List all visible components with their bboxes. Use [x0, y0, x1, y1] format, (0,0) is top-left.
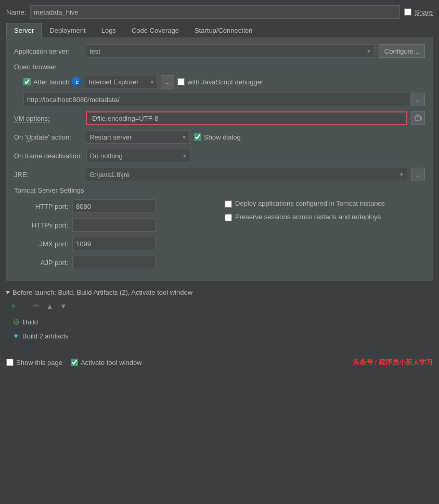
share-label: Share [415, 8, 433, 16]
tab-deployment[interactable]: Deployment [42, 23, 93, 38]
share-area: Share [404, 8, 433, 16]
https-port-row: HTTPs port: [14, 218, 214, 232]
js-debugger-checkbox[interactable] [177, 78, 185, 85]
launch-item-build: ⚙ Build [10, 316, 433, 328]
vm-input-wrapper [86, 111, 407, 125]
on-update-label: On 'Update' action: [14, 133, 82, 141]
browser-select-wrapper: Internet Explorer ▼ [85, 75, 158, 89]
url-input[interactable] [23, 93, 409, 106]
ajp-port-label: AJP port: [27, 259, 68, 267]
http-port-row: HTTP port: [14, 199, 214, 213]
add-launch-button[interactable]: + [8, 300, 18, 312]
js-debugger-wrapper: with JavaScript debugger [177, 78, 263, 86]
open-browser-label: Open browser [14, 63, 425, 71]
vm-options-row: VM options: [14, 111, 425, 125]
ajp-port-input[interactable] [72, 256, 156, 269]
jre-select-wrapper: G:\java1.8\jre ▼ [86, 168, 407, 181]
configure-button[interactable]: Configure... [379, 44, 425, 58]
on-frame-select[interactable]: Do nothing [86, 149, 190, 162]
tab-code-coverage[interactable]: Code Coverage [124, 23, 187, 38]
app-server-select[interactable]: test [86, 44, 375, 58]
on-update-select-wrapper: Restart server ▼ [86, 130, 190, 144]
tab-logs[interactable]: Logs [94, 23, 124, 38]
app-server-row: Application server: test ▼ Configure... [14, 44, 425, 58]
ports-column: HTTP port: HTTPs port: JMX port: AJP por… [14, 199, 214, 274]
https-port-label: HTTPs port: [27, 221, 68, 229]
jre-select[interactable]: G:\java1.8\jre [86, 168, 407, 181]
tomcat-grid: HTTP port: HTTPs port: JMX port: AJP por… [14, 199, 425, 274]
after-launch-checkbox-wrapper: After launch [23, 78, 69, 86]
build-icon: ⚙ [12, 317, 20, 327]
url-dots-button[interactable]: ... [411, 93, 425, 106]
before-launch-header: Before launch: Build, Build Artifacts (2… [6, 288, 433, 296]
js-debugger-label: with JavaScript debugger [187, 78, 263, 86]
http-port-label: HTTP port: [27, 203, 68, 210]
activate-window-checkbox[interactable] [71, 359, 78, 366]
vm-options-input[interactable] [86, 111, 407, 125]
launch-item-artifacts-label: Build 2 artifacts [22, 332, 69, 340]
tab-startup-connection[interactable]: Startup/Connection [187, 23, 260, 38]
on-frame-label: On frame deactivation: [14, 152, 82, 160]
deploy-checkbox[interactable] [225, 200, 232, 208]
deploy-label: Deploy applications configured in Tomcat… [235, 199, 385, 207]
remove-launch-button[interactable]: − [20, 301, 29, 311]
http-port-input[interactable] [72, 199, 156, 213]
preserve-label: Preserve sessions across restarts and re… [235, 213, 381, 221]
artifact-icon: ✦ [12, 331, 19, 341]
before-launch-section: Before launch: Build, Build Artifacts (2… [6, 285, 433, 342]
launch-toolbar: + − ✏ ▲ ▼ [6, 300, 433, 312]
tab-server[interactable]: Server [6, 23, 42, 38]
watermark: 头条号 / 程序员小新人学习 [353, 358, 433, 367]
before-launch-label: Before launch: Build, Build Artifacts (2… [12, 288, 192, 296]
jre-row: JRE: G:\java1.8\jre ▼ ... [14, 168, 425, 181]
launch-items-list: ⚙ Build ✦ Build 2 artifacts [6, 316, 433, 342]
activate-window-label: Activate tool window [81, 359, 142, 367]
on-frame-select-wrapper: Do nothing ▼ [86, 149, 190, 162]
show-page-checkbox[interactable] [6, 359, 14, 366]
name-label: Name: [6, 8, 26, 16]
move-up-launch-button[interactable]: ▲ [44, 301, 56, 311]
preserve-row: Preserve sessions across restarts and re… [225, 213, 425, 221]
https-port-input[interactable] [72, 218, 156, 232]
name-input[interactable] [30, 5, 400, 19]
svg-rect-0 [415, 116, 420, 120]
vm-options-label: VM options: [14, 115, 82, 122]
expand-triangle-icon[interactable] [6, 291, 10, 294]
app-server-select-wrapper: test ▼ [86, 44, 375, 58]
preserve-checkbox[interactable] [225, 214, 232, 221]
jre-browse-button[interactable]: ... [411, 168, 425, 181]
after-launch-label: After launch [33, 78, 69, 86]
tomcat-settings-header: Tomcat Server Settings [14, 186, 425, 194]
app-server-label: Application server: [14, 47, 82, 55]
jmx-port-row: JMX port: [14, 237, 214, 250]
main-container: Name: Share Server Deployment Logs Code … [0, 0, 439, 349]
vm-label-text: VM options: [14, 115, 50, 123]
browser-select[interactable]: Internet Explorer [85, 75, 158, 89]
launch-item-build-label: Build [23, 318, 38, 326]
jre-label: JRE: [14, 171, 82, 179]
ie-icon: e [72, 77, 82, 86]
vm-options-icon-button[interactable] [411, 111, 425, 125]
on-update-select[interactable]: Restart server [86, 130, 190, 144]
browser-row: After launch e Internet Explorer ▼ ... w… [14, 75, 425, 89]
launch-item-artifacts: ✦ Build 2 artifacts [10, 330, 433, 342]
show-page-wrapper: Show this page [6, 359, 62, 367]
after-launch-checkbox[interactable] [23, 78, 31, 85]
on-frame-row: On frame deactivation: Do nothing ▼ [14, 149, 425, 162]
show-dialog-label: Show dialog [204, 133, 241, 141]
name-row: Name: Share [6, 5, 433, 19]
show-dialog-checkbox[interactable] [194, 133, 201, 141]
show-page-label: Show this page [16, 359, 62, 367]
edit-launch-button[interactable]: ✏ [31, 301, 42, 311]
deploy-row: Deploy applications configured in Tomcat… [225, 199, 425, 208]
activate-window-wrapper: Activate tool window [71, 359, 142, 367]
move-down-launch-button[interactable]: ▼ [58, 301, 69, 311]
browser-dots-button[interactable]: ... [161, 75, 174, 89]
ajp-port-row: AJP port: [14, 256, 214, 269]
on-update-row: On 'Update' action: Restart server ▼ Sho… [14, 130, 425, 144]
jmx-port-input[interactable] [72, 237, 156, 250]
show-dialog-wrapper: Show dialog [194, 133, 241, 141]
server-panel: Application server: test ▼ Configure... … [6, 38, 433, 281]
share-checkbox[interactable] [404, 8, 411, 16]
deploy-options-column: Deploy applications configured in Tomcat… [225, 199, 425, 274]
